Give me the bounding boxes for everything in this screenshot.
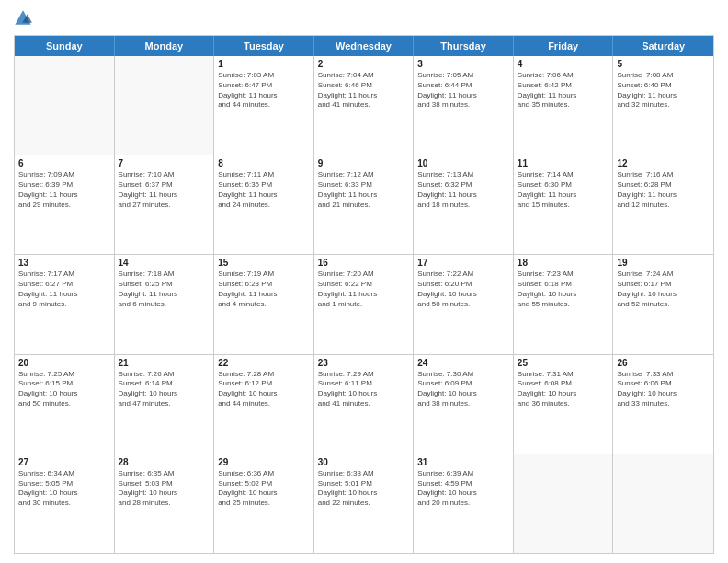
cell-line: Sunrise: 7:09 AM — [18, 170, 110, 180]
cell-line: Sunrise: 7:06 AM — [518, 71, 609, 81]
day-21: 21Sunrise: 7:26 AMSunset: 6:14 PMDayligh… — [115, 355, 215, 454]
cell-line: Daylight: 11 hours — [417, 91, 509, 101]
day-number: 9 — [318, 158, 410, 168]
cell-line: Sunrise: 7:12 AM — [318, 170, 410, 180]
cell-line: Sunset: 6:40 PM — [617, 81, 710, 91]
day-11: 11Sunrise: 7:14 AMSunset: 6:30 PMDayligh… — [514, 155, 614, 254]
cell-line: Daylight: 10 hours — [18, 389, 110, 399]
cell-line: Daylight: 10 hours — [417, 389, 509, 399]
day-number: 21 — [119, 358, 210, 368]
cell-line: Daylight: 10 hours — [617, 290, 710, 300]
cell-line: and 38 minutes. — [417, 399, 509, 409]
cell-line: Daylight: 11 hours — [318, 190, 410, 201]
cell-line: Sunrise: 7:28 AM — [218, 370, 310, 380]
cell-line: Sunrise: 7:16 AM — [617, 170, 710, 180]
day-number: 31 — [417, 457, 509, 467]
day-22: 22Sunrise: 7:28 AMSunset: 6:12 PMDayligh… — [214, 355, 314, 454]
week-row-1: 6Sunrise: 7:09 AMSunset: 6:39 PMDaylight… — [15, 155, 713, 255]
cell-line: Sunset: 6:42 PM — [518, 81, 609, 91]
cell-line: and 50 minutes. — [18, 399, 110, 409]
cell-line: Sunrise: 7:11 AM — [218, 170, 310, 180]
cell-line: Daylight: 10 hours — [218, 488, 310, 499]
cell-line: Daylight: 11 hours — [218, 91, 310, 101]
cell-line: and 18 minutes. — [417, 201, 509, 211]
day-25: 25Sunrise: 7:31 AMSunset: 6:08 PMDayligh… — [514, 355, 614, 454]
cell-line: and 21 minutes. — [318, 201, 410, 211]
cell-line: Sunrise: 7:18 AM — [119, 270, 210, 280]
cell-line: Sunset: 6:17 PM — [617, 280, 710, 290]
cell-line: Sunset: 5:05 PM — [18, 479, 110, 489]
page: SundayMondayTuesdayWednesdayThursdayFrid… — [0, 0, 728, 563]
day-number: 22 — [218, 358, 310, 368]
cell-line: Sunrise: 7:14 AM — [518, 170, 609, 180]
calendar-header: SundayMondayTuesdayWednesdayThursdayFrid… — [15, 36, 713, 56]
cell-line: Daylight: 10 hours — [318, 488, 410, 499]
cell-line: Sunset: 6:18 PM — [518, 280, 609, 290]
cell-line: Sunset: 6:33 PM — [318, 180, 410, 190]
logo-icon — [14, 9, 32, 28]
cell-line: and 20 minutes. — [417, 499, 509, 509]
calendar: SundayMondayTuesdayWednesdayThursdayFrid… — [14, 35, 714, 554]
cell-line: and 41 minutes. — [318, 399, 410, 409]
cell-line: and 38 minutes. — [417, 100, 509, 110]
day-2: 2Sunrise: 7:04 AMSunset: 6:46 PMDaylight… — [314, 56, 415, 155]
cell-line: Daylight: 11 hours — [417, 190, 509, 201]
cell-line: Sunrise: 7:26 AM — [119, 370, 210, 380]
day-number: 12 — [617, 158, 710, 168]
week-row-2: 13Sunrise: 7:17 AMSunset: 6:27 PMDayligh… — [15, 255, 713, 354]
header-day-saturday: Saturday — [613, 36, 713, 56]
day-number: 5 — [617, 59, 710, 69]
cell-line: Sunrise: 7:10 AM — [119, 170, 210, 180]
day-3: 3Sunrise: 7:05 AMSunset: 6:44 PMDaylight… — [414, 56, 514, 155]
day-number: 20 — [18, 358, 110, 368]
day-number: 3 — [417, 59, 509, 69]
day-5: 5Sunrise: 7:08 AMSunset: 6:40 PMDaylight… — [613, 56, 713, 155]
cell-line: and 30 minutes. — [18, 499, 110, 509]
cell-line: Daylight: 11 hours — [318, 290, 410, 300]
cell-line: and 44 minutes. — [218, 399, 310, 409]
cell-line: Sunrise: 7:20 AM — [318, 270, 410, 280]
cell-line: and 32 minutes. — [617, 100, 710, 110]
cell-line: and 58 minutes. — [417, 300, 509, 310]
cell-line: and 12 minutes. — [617, 201, 710, 211]
cell-line: Sunrise: 7:04 AM — [318, 71, 410, 81]
day-number: 2 — [318, 59, 410, 69]
header-day-tuesday: Tuesday — [214, 36, 314, 56]
cell-line: and 22 minutes. — [318, 499, 410, 509]
header-day-thursday: Thursday — [414, 36, 514, 56]
day-16: 16Sunrise: 7:20 AMSunset: 6:22 PMDayligh… — [314, 255, 415, 353]
day-number: 16 — [318, 258, 410, 268]
cell-line: Daylight: 11 hours — [518, 190, 609, 201]
cell-line: Daylight: 10 hours — [218, 389, 310, 399]
day-30: 30Sunrise: 6:38 AMSunset: 5:01 PMDayligh… — [314, 454, 415, 553]
cell-line: Sunrise: 7:08 AM — [617, 71, 710, 81]
cell-line: Sunrise: 7:17 AM — [18, 270, 110, 280]
day-24: 24Sunrise: 7:30 AMSunset: 6:09 PMDayligh… — [414, 355, 514, 454]
day-number: 19 — [617, 258, 710, 268]
day-26: 26Sunrise: 7:33 AMSunset: 6:06 PMDayligh… — [613, 355, 713, 454]
cell-line: Sunrise: 7:03 AM — [218, 71, 310, 81]
day-number: 26 — [617, 358, 710, 368]
cell-line: Sunset: 4:59 PM — [417, 479, 509, 489]
day-13: 13Sunrise: 7:17 AMSunset: 6:27 PMDayligh… — [15, 255, 115, 353]
cell-line: Sunset: 6:32 PM — [417, 180, 509, 190]
week-row-3: 20Sunrise: 7:25 AMSunset: 6:15 PMDayligh… — [15, 355, 713, 454]
cell-line: Daylight: 10 hours — [417, 488, 509, 499]
week-row-4: 27Sunrise: 6:34 AMSunset: 5:05 PMDayligh… — [15, 454, 713, 553]
cell-line: Sunrise: 7:22 AM — [417, 270, 509, 280]
day-20: 20Sunrise: 7:25 AMSunset: 6:15 PMDayligh… — [15, 355, 115, 454]
cell-line: Sunrise: 6:38 AM — [318, 469, 410, 479]
cell-line: Daylight: 10 hours — [119, 488, 210, 499]
cell-line: Sunrise: 7:29 AM — [318, 370, 410, 380]
empty-cell — [115, 56, 215, 155]
cell-line: Sunset: 6:20 PM — [417, 280, 509, 290]
day-31: 31Sunrise: 6:39 AMSunset: 4:59 PMDayligh… — [414, 454, 514, 553]
day-number: 13 — [18, 258, 110, 268]
cell-line: Daylight: 11 hours — [218, 290, 310, 300]
week-row-0: 1Sunrise: 7:03 AMSunset: 6:47 PMDaylight… — [15, 56, 713, 155]
day-number: 24 — [417, 358, 509, 368]
day-10: 10Sunrise: 7:13 AMSunset: 6:32 PMDayligh… — [414, 155, 514, 254]
day-27: 27Sunrise: 6:34 AMSunset: 5:05 PMDayligh… — [15, 454, 115, 553]
day-15: 15Sunrise: 7:19 AMSunset: 6:23 PMDayligh… — [214, 255, 314, 353]
day-4: 4Sunrise: 7:06 AMSunset: 6:42 PMDaylight… — [514, 56, 614, 155]
